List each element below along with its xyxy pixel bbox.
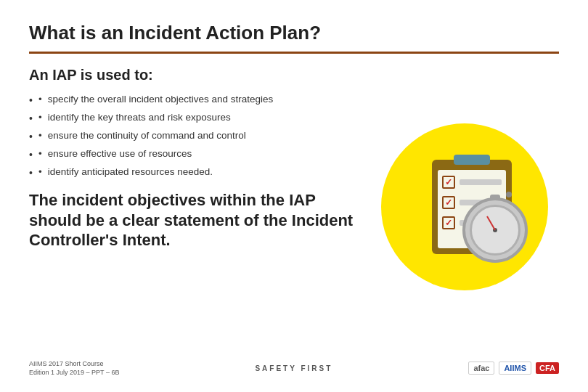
bullet-dot: • xyxy=(38,112,42,123)
left-content: An IAP is used to: • specify the overall… xyxy=(29,67,370,348)
footer-safety-first: SAFETY FIRST xyxy=(255,364,332,372)
page: What is an Incident Action Plan? An IAP … xyxy=(0,0,588,392)
stopwatch-face xyxy=(470,205,520,256)
stopwatch-icon xyxy=(462,197,528,263)
afac-logo: afac xyxy=(468,362,494,375)
footer-credit: AIIMS 2017 Short Course Edition 1 July 2… xyxy=(29,359,119,377)
footer-logos: afac AIIMS CFA xyxy=(468,362,559,375)
stopwatch-top xyxy=(490,195,500,199)
stopwatch-hand xyxy=(486,216,496,231)
footer-line1: AIIMS 2017 Short Course xyxy=(29,359,119,369)
list-item: • identify the key threats and risk expo… xyxy=(29,112,356,124)
bullet-dot: • xyxy=(38,130,42,141)
checkmark-icon xyxy=(442,196,455,209)
clipboard-top xyxy=(454,155,490,165)
aiims-logo: AIIMS xyxy=(499,362,531,375)
list-item: • ensure the continuity of command and c… xyxy=(29,130,356,142)
cfa-logo: CFA xyxy=(536,362,559,374)
right-illustration xyxy=(370,67,559,348)
footer: AIIMS 2017 Short Course Edition 1 July 2… xyxy=(29,355,559,377)
bottom-statement: The incident objectives within the IAP s… xyxy=(29,190,356,250)
checkmark-icon xyxy=(442,216,455,229)
bullet-list: • specify the overall incident objective… xyxy=(29,94,356,179)
list-item: • specify the overall incident objective… xyxy=(29,94,356,106)
bullet-text: identify anticipated resources needed. xyxy=(48,166,213,177)
list-item: • ensure effective use of resources xyxy=(29,148,356,160)
illustration-circle xyxy=(381,123,548,290)
bullet-text: identify the key threats and risk exposu… xyxy=(48,112,231,123)
bullet-dot: • xyxy=(38,94,42,105)
footer-line2: Edition 1 July 2019 – PPT – 6B xyxy=(29,368,119,377)
bullet-text: ensure effective use of resources xyxy=(48,148,192,159)
iap-subtitle: An IAP is used to: xyxy=(29,67,356,83)
checkmark-icon xyxy=(442,176,455,189)
bullet-text: specify the overall incident objectives … xyxy=(48,94,274,105)
content-area: An IAP is used to: • specify the overall… xyxy=(29,67,559,348)
bullet-dot: • xyxy=(38,166,42,177)
bullet-dot: • xyxy=(38,148,42,159)
line-decoration xyxy=(460,179,502,185)
list-item: • identify anticipated resources needed. xyxy=(29,166,356,179)
bullet-text: ensure the continuity of command and con… xyxy=(48,130,246,141)
check-line-1 xyxy=(442,176,502,189)
page-title: What is an Incident Action Plan? xyxy=(29,22,559,44)
title-divider xyxy=(29,52,559,54)
